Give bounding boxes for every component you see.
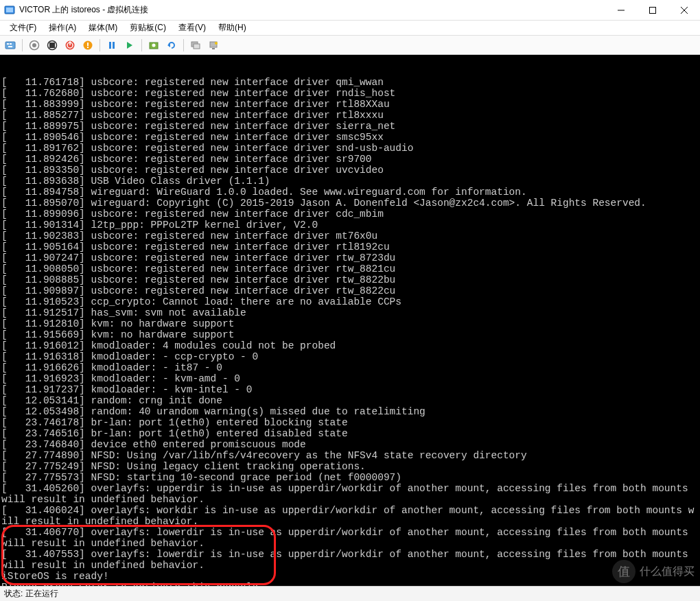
svg-rect-3 xyxy=(650,7,656,13)
toolbar xyxy=(0,36,700,55)
menu-action[interactable]: 操作(A) xyxy=(43,21,82,35)
menubar: 文件(F) 操作(A) 媒体(M) 剪贴板(C) 查看(V) 帮助(H) xyxy=(0,21,700,36)
menu-clipboard[interactable]: 剪贴板(C) xyxy=(124,21,172,35)
turnoff-button[interactable] xyxy=(45,38,60,53)
console-line: [ 11.894758] wireguard: WireGuard 1.0.0 … xyxy=(1,187,699,198)
toolbar-separator xyxy=(100,39,100,51)
console-line: [ 11.901314] l2tp_ppp: PPPoL2TP kernel d… xyxy=(1,220,699,231)
app-icon xyxy=(4,5,15,16)
console-line: [ 11.915669] kvm: no hardware support xyxy=(1,329,699,340)
console-line: [ 11.891762] usbcore: registered new int… xyxy=(1,143,699,154)
toolbar-separator xyxy=(22,39,23,51)
console-line: [ 11.910523] ccp_crypto: Cannot load: th… xyxy=(1,296,699,307)
console-line: [ 11.917237] kmodloader: - kvm-intel - 0 xyxy=(1,384,699,395)
console-line: [ 23.746178] br-lan: port 1(eth0) entere… xyxy=(1,417,699,428)
watermark-text: 什么值得买 xyxy=(640,565,695,579)
shutdown-button[interactable] xyxy=(62,38,78,53)
svg-rect-13 xyxy=(49,43,55,48)
minimize-button[interactable] xyxy=(605,0,637,21)
console-line: [ 31.405260] overlayfs: upperdir is in-u… xyxy=(1,483,699,505)
toolbar-separator xyxy=(141,39,142,51)
console-line: [ 11.907247] usbcore: registered new int… xyxy=(1,252,699,263)
svg-rect-21 xyxy=(113,42,115,49)
status-text: 状态: 正在运行 xyxy=(4,588,58,600)
pause-button[interactable] xyxy=(104,38,119,53)
console-line: [ 11.916626] kmodloader: - it87 - 0 xyxy=(1,362,699,373)
svg-rect-19 xyxy=(87,47,89,48)
console-line: [ 11.912517] has_svm: svm not available xyxy=(1,307,699,318)
console-line: [ 12.053141] random: crng init done xyxy=(1,395,699,406)
svg-point-30 xyxy=(215,42,218,45)
console-line: [ 11.902383] usbcore: registered new int… xyxy=(1,231,699,241)
window-titlebar: VICTOR 上的 istoreos - 虚拟机连接 xyxy=(0,0,700,21)
menu-file[interactable]: 文件(F) xyxy=(4,21,42,35)
console-line: [ 11.905164] usbcore: registered new int… xyxy=(1,241,699,252)
console-line: [ 11.762680] usbcore: registered new int… xyxy=(1,88,699,99)
console-line: [ 31.406770] overlayfs: lowerdir is in-u… xyxy=(1,527,699,549)
statusbar: 状态: 正在运行 xyxy=(0,586,700,601)
console-line: [ 11.761718] usbcore: registered new int… xyxy=(1,77,699,88)
menu-media[interactable]: 媒体(M) xyxy=(83,21,123,35)
reset-button[interactable] xyxy=(122,38,137,53)
console-line: [ 27.774890] NFSD: Using /var/lib/nfs/v4… xyxy=(1,450,699,461)
console-line: [ 11.892426] usbcore: registered new int… xyxy=(1,154,699,165)
console-line: [ 23.746840] device eth0 entered promisc… xyxy=(1,439,699,450)
menu-view[interactable]: 查看(V) xyxy=(173,21,211,35)
console-line: [ 11.908885] usbcore: registered new int… xyxy=(1,274,699,285)
console-line: [ 31.406024] overlayfs: workdir is in-us… xyxy=(1,505,699,527)
console-line: [ 11.916318] kmodloader: - ccp-crypto - … xyxy=(1,351,699,362)
console-line: [ 11.908050] usbcore: registered new int… xyxy=(1,263,699,274)
menu-help[interactable]: 帮助(H) xyxy=(213,21,252,35)
share-button[interactable] xyxy=(206,38,221,53)
close-button[interactable] xyxy=(668,0,700,21)
console-line: Please press Enter to activate this cons… xyxy=(1,582,699,586)
ctrl-alt-del-button[interactable] xyxy=(3,38,18,53)
console-line: [ 11.893638] USB Video Class driver (1.1… xyxy=(1,176,699,187)
console-line: [ 11.893350] usbcore: registered new int… xyxy=(1,165,699,176)
watermark: 值 什么值得买 xyxy=(612,560,695,583)
save-button[interactable] xyxy=(80,38,95,53)
revert-button[interactable] xyxy=(164,38,179,53)
vm-console[interactable]: [ 11.761718] usbcore: registered new int… xyxy=(0,55,700,586)
console-line: [ 11.909897] usbcore: registered new int… xyxy=(1,285,699,296)
console-line: [ 11.899096] usbcore: registered new int… xyxy=(1,209,699,220)
console-line: [ 11.885277] usbcore: registered new int… xyxy=(1,110,699,121)
console-line: [ 27.775249] NFSD: Using legacy client t… xyxy=(1,461,699,472)
svg-rect-29 xyxy=(212,48,215,49)
watermark-logo-icon: 值 xyxy=(612,560,635,583)
svg-rect-9 xyxy=(8,46,12,47)
console-line: [ 11.916012] kmodloader: 4 modules could… xyxy=(1,340,699,351)
console-line: [ 23.746516] br-lan: port 1(eth0) entere… xyxy=(1,428,699,439)
svg-rect-7 xyxy=(7,43,9,45)
console-line: [ 11.883999] usbcore: registered new int… xyxy=(1,99,699,110)
snapshot-button[interactable] xyxy=(146,38,161,53)
svg-rect-18 xyxy=(87,43,89,46)
svg-marker-22 xyxy=(127,42,132,49)
console-line: [ 12.053498] random: 40 urandom warning(… xyxy=(1,406,699,417)
console-line: [ 31.407553] overlayfs: lowerdir is in-u… xyxy=(1,549,699,571)
svg-rect-8 xyxy=(10,43,12,45)
svg-rect-6 xyxy=(5,42,15,49)
maximize-button[interactable] xyxy=(637,0,668,21)
console-line: [ 11.912810] kvm: no hardware support xyxy=(1,318,699,329)
svg-rect-1 xyxy=(6,8,13,12)
svg-point-24 xyxy=(152,43,156,47)
console-line: [ 27.775573] NFSD: starting 10-second gr… xyxy=(1,472,699,483)
console-line: [ 11.890546] usbcore: registered new int… xyxy=(1,132,699,143)
svg-point-11 xyxy=(32,43,36,47)
console-line: [ 11.895070] wireguard: Copyright (C) 20… xyxy=(1,198,699,209)
start-button[interactable] xyxy=(27,38,42,53)
svg-rect-27 xyxy=(194,44,200,49)
enhanced-session-button[interactable] xyxy=(188,38,203,53)
console-line: [ 11.889975] usbcore: registered new int… xyxy=(1,121,699,132)
svg-rect-20 xyxy=(109,42,111,49)
console-line: [ 11.916923] kmodloader: - kvm-amd - 0 xyxy=(1,373,699,384)
toolbar-separator xyxy=(183,39,184,51)
console-line: iStoreOS is ready! xyxy=(1,571,699,582)
window-title: VICTOR 上的 istoreos - 虚拟机连接 xyxy=(19,4,605,16)
